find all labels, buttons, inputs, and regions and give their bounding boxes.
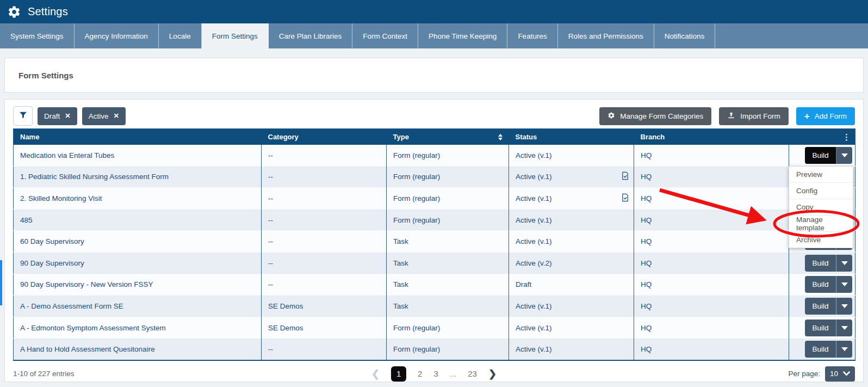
build-button[interactable]: Build bbox=[805, 298, 836, 315]
build-dropdown-toggle[interactable] bbox=[836, 147, 852, 164]
status-text: Active (v.1) bbox=[516, 302, 552, 310]
page-button-23[interactable]: 23 bbox=[468, 369, 477, 378]
form-name-link[interactable]: 60 Day Supervisory bbox=[20, 237, 84, 245]
table-row: 2. Skilled Monitoring Visit--Form (regul… bbox=[14, 188, 855, 210]
branch-cell: HQ bbox=[634, 274, 789, 296]
filter-button[interactable] bbox=[13, 106, 33, 126]
build-split-button: Build bbox=[805, 298, 852, 315]
column-header-name[interactable]: Name bbox=[14, 129, 262, 145]
type-cell: Task bbox=[387, 274, 509, 296]
form-name-link[interactable]: 90 Day Supervisory bbox=[20, 259, 84, 267]
menu-item-copy[interactable]: Copy bbox=[789, 199, 853, 216]
prev-page-button[interactable]: ❮ bbox=[371, 369, 380, 379]
build-dropdown-toggle[interactable] bbox=[836, 320, 852, 336]
form-name-link[interactable]: A Hand to Hold Assessment Quesitonaire bbox=[20, 345, 155, 353]
status-text: Active (v.1) bbox=[516, 216, 552, 224]
status-text: Active (v.1) bbox=[516, 194, 552, 202]
menu-item-config[interactable]: Config bbox=[789, 183, 853, 199]
type-cell: Task bbox=[387, 231, 509, 253]
page-button-current[interactable]: 1 bbox=[391, 366, 406, 382]
type-cell: Form (regular) bbox=[387, 339, 509, 360]
table-row: 60 Day Supervisory--TaskActive (v.1)HQBu… bbox=[14, 231, 855, 253]
build-split-button: Build bbox=[805, 341, 852, 358]
table-row: A Hand to Hold Assessment Quesitonaire--… bbox=[14, 339, 855, 360]
form-name-link[interactable]: 90 Day Supervisory - New Version FSSY bbox=[20, 280, 153, 288]
table-row: Medication via Enteral Tubes--Form (regu… bbox=[14, 145, 855, 166]
tab-roles-and-permissions[interactable]: Roles and Permissions bbox=[558, 23, 654, 48]
table-row: A - Edmonton Symptom Assessment SystemSE… bbox=[14, 317, 855, 339]
form-settings-card: Form Settings bbox=[4, 58, 864, 93]
form-name-link[interactable]: A - Edmonton Symptom Assessment System bbox=[20, 324, 166, 332]
caret-down-icon bbox=[841, 347, 848, 351]
status-cell: Active (v.1) bbox=[509, 209, 634, 231]
page-button-2[interactable]: 2 bbox=[418, 369, 422, 378]
tab-care-plan-libraries[interactable]: Care Plan Libraries bbox=[269, 23, 353, 48]
type-cell: Task bbox=[387, 252, 509, 274]
form-name-link[interactable]: 1. Pediatric Skilled Nursing Assessment … bbox=[20, 173, 169, 181]
filter-chip-draft: Draft✕ bbox=[38, 107, 77, 125]
next-page-button[interactable]: ❯ bbox=[488, 369, 497, 379]
menu-item-manage-template[interactable]: Manage template bbox=[789, 216, 853, 232]
form-name-link[interactable]: 485 bbox=[20, 216, 33, 224]
category-cell: SE Demos bbox=[262, 296, 387, 317]
tab-form-settings[interactable]: Form Settings bbox=[202, 23, 269, 48]
per-page-select[interactable]: 10 bbox=[825, 366, 855, 382]
build-dropdown-toggle[interactable] bbox=[836, 341, 852, 358]
build-split-button: Build bbox=[805, 320, 852, 336]
column-header-category[interactable]: Category bbox=[262, 129, 387, 145]
build-button[interactable]: Build bbox=[805, 341, 836, 358]
branch-cell: HQ bbox=[634, 296, 789, 317]
sort-icon[interactable] bbox=[498, 134, 503, 140]
status-text: Active (v.2) bbox=[516, 259, 552, 267]
build-button[interactable]: Build bbox=[805, 276, 836, 293]
remove-filter-icon[interactable]: ✕ bbox=[114, 113, 119, 120]
status-text: Active (v.1) bbox=[516, 324, 552, 332]
tab-features[interactable]: Features bbox=[507, 23, 557, 48]
status-text: Active (v.1) bbox=[516, 237, 552, 245]
build-dropdown-toggle[interactable] bbox=[836, 298, 852, 315]
forms-table: Name Category Type Status Branch ⋮ Medic… bbox=[13, 128, 855, 361]
branch-cell: HQ bbox=[634, 145, 789, 166]
build-button[interactable]: Build bbox=[805, 255, 836, 272]
remove-filter-icon[interactable]: ✕ bbox=[65, 113, 70, 120]
left-scroll-indicator[interactable] bbox=[0, 260, 2, 305]
tab-bar: System SettingsAgency InformationLocaleF… bbox=[0, 23, 868, 48]
caret-down-icon bbox=[841, 326, 848, 330]
import-form-button[interactable]: Import Form bbox=[719, 107, 789, 125]
tab-notifications[interactable]: Notifications bbox=[654, 23, 716, 48]
pagination-ellipsis: ... bbox=[450, 369, 457, 378]
type-cell: Task bbox=[387, 296, 509, 317]
form-template-icon[interactable] bbox=[621, 171, 629, 182]
form-template-icon[interactable] bbox=[621, 193, 629, 204]
menu-item-preview[interactable]: Preview bbox=[789, 167, 853, 183]
build-dropdown-toggle[interactable] bbox=[836, 255, 852, 272]
form-name-link[interactable]: 2. Skilled Monitoring Visit bbox=[20, 194, 102, 202]
form-name-link[interactable]: A - Demo Assessment Form SE bbox=[20, 302, 123, 310]
status-text: Active (v.1) bbox=[516, 345, 552, 353]
manage-form-categories-label: Manage Form Categories bbox=[620, 112, 703, 120]
menu-item-archive[interactable]: Archive bbox=[789, 232, 853, 248]
filter-chip-label: Active bbox=[89, 112, 109, 120]
page-button-3[interactable]: 3 bbox=[433, 369, 438, 378]
build-button[interactable]: Build bbox=[805, 320, 836, 336]
column-options-kebab-icon[interactable]: ⋮ bbox=[789, 129, 855, 145]
manage-form-categories-button[interactable]: Manage Form Categories bbox=[599, 107, 711, 125]
tab-locale[interactable]: Locale bbox=[159, 23, 202, 48]
column-header-branch[interactable]: Branch bbox=[634, 129, 789, 145]
table-toolbar: Draft✕Active✕ Manage Form Categories Imp… bbox=[13, 107, 855, 125]
build-dropdown-toggle[interactable] bbox=[836, 276, 852, 293]
tab-agency-information[interactable]: Agency Information bbox=[75, 23, 159, 48]
build-button[interactable]: Build bbox=[805, 147, 836, 164]
status-cell: Active (v.1) bbox=[509, 317, 634, 339]
tab-system-settings[interactable]: System Settings bbox=[0, 23, 75, 48]
category-cell: -- bbox=[262, 252, 387, 274]
add-form-button[interactable]: + Add Form bbox=[796, 107, 855, 125]
column-header-status[interactable]: Status bbox=[509, 129, 634, 145]
tab-phone-time-keeping[interactable]: Phone Time Keeping bbox=[418, 23, 507, 48]
column-header-type[interactable]: Type bbox=[387, 129, 509, 145]
type-cell: Form (regular) bbox=[387, 209, 509, 231]
form-name-link[interactable]: Medication via Enteral Tubes bbox=[20, 151, 114, 159]
tab-form-context[interactable]: Form Context bbox=[352, 23, 418, 48]
pagination: ❮ 123...23 ❯ bbox=[371, 366, 497, 382]
table-row: 90 Day Supervisory - New Version FSSY--T… bbox=[14, 274, 855, 296]
